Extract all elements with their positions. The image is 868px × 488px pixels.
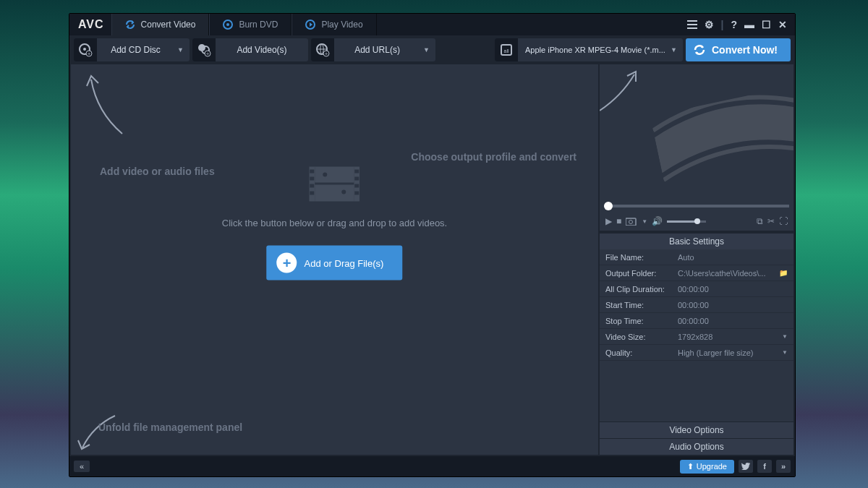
chevron-down-icon: ▼ xyxy=(174,46,190,53)
hint-unfold-panel: Unfold file management panel xyxy=(98,421,242,433)
svg-rect-25 xyxy=(310,192,314,195)
expand-icon[interactable]: ⛶ xyxy=(779,216,788,226)
list-icon[interactable] xyxy=(684,17,701,32)
refresh-icon xyxy=(125,20,135,30)
cd-plus-icon: + xyxy=(74,38,97,61)
svg-rect-4 xyxy=(687,24,697,25)
cut-icon[interactable]: ✂ xyxy=(767,216,775,226)
svg-rect-27 xyxy=(354,177,359,181)
chevron-down-icon[interactable]: ▼ xyxy=(642,218,647,225)
setting-video-size: Video Size:1792x828▼ xyxy=(600,329,793,345)
svg-rect-33 xyxy=(626,218,636,226)
svg-rect-30 xyxy=(315,183,354,185)
tab-label: Convert Video xyxy=(141,20,196,30)
svg-rect-5 xyxy=(687,27,697,29)
drop-zone: Click the button below or drag and drop … xyxy=(222,161,447,281)
maximize-icon[interactable]: ☐ xyxy=(758,16,775,33)
all-icon: all xyxy=(495,38,518,61)
chevron-down-icon[interactable]: ▼ xyxy=(782,333,788,340)
settings-panel: Basic Settings File Name:Auto Output Fol… xyxy=(600,234,793,455)
facebook-icon[interactable]: f xyxy=(757,460,772,473)
filmroll-icon xyxy=(650,86,793,187)
stop-icon[interactable]: ■ xyxy=(616,216,621,226)
tab-burn-dvd[interactable]: Burn DVD xyxy=(209,14,292,35)
globe-plus-icon: + xyxy=(311,38,334,61)
chevron-down-icon: ▼ xyxy=(420,46,435,53)
refresh-icon xyxy=(693,43,706,56)
separator: | xyxy=(718,16,728,33)
volume-icon[interactable]: 🔊 xyxy=(652,216,663,226)
help-icon[interactable]: ? xyxy=(727,16,741,33)
tab-convert-video[interactable]: Convert Video xyxy=(111,14,210,35)
audio-options-header[interactable]: Audio Options xyxy=(600,438,793,455)
svg-rect-28 xyxy=(354,184,359,188)
svg-text:+: + xyxy=(88,51,91,57)
app-window: AVC Convert Video Burn DVD Play Video ⚙ … xyxy=(69,13,796,477)
svg-point-32 xyxy=(341,190,346,194)
plus-icon: + xyxy=(277,253,297,273)
chevron-down-icon[interactable]: ▼ xyxy=(782,349,788,356)
play-icon xyxy=(305,20,315,30)
arrow-indicator xyxy=(75,411,126,455)
svg-point-34 xyxy=(629,221,633,224)
svg-rect-29 xyxy=(354,192,359,195)
camera-icon[interactable] xyxy=(626,217,637,226)
main-drop-area[interactable]: Add video or audio files Choose output p… xyxy=(71,64,598,455)
setting-all-clip-duration: All Clip Duration:00:00:00 xyxy=(600,281,793,297)
twitter-icon[interactable] xyxy=(739,460,753,473)
add-cd-disc-button[interactable]: + Add CD Disc ▼ xyxy=(74,38,190,61)
tab-label: Play Video xyxy=(321,20,362,30)
chevron-down-icon: ▼ xyxy=(668,46,683,53)
close-icon[interactable]: ✕ xyxy=(775,16,791,33)
seek-handle[interactable] xyxy=(604,202,613,210)
svg-point-31 xyxy=(323,173,327,177)
svg-point-7 xyxy=(83,48,86,51)
add-or-drag-files-button[interactable]: + Add or Drag File(s) xyxy=(267,246,403,281)
disc-icon xyxy=(223,20,233,30)
bottom-bar: « ⬆ Upgrade f » xyxy=(69,456,795,476)
tab-label: Burn DVD xyxy=(239,20,278,30)
hint-add-files: Add video or audio files xyxy=(100,166,215,177)
upload-icon: ⬆ xyxy=(687,462,694,471)
convert-now-button[interactable]: Convert Now! xyxy=(686,38,791,61)
link-icon[interactable]: ⧉ xyxy=(757,216,763,226)
setting-start-time: Start Time:00:00:00 xyxy=(600,297,793,313)
svg-rect-3 xyxy=(687,20,697,22)
preview-pane xyxy=(600,64,793,202)
svg-text:+: + xyxy=(206,51,210,57)
drop-message: Click the button below or drag and drop … xyxy=(222,218,447,228)
svg-rect-24 xyxy=(310,184,314,188)
tab-play-video[interactable]: Play Video xyxy=(292,14,376,35)
output-profile-select[interactable]: all Apple iPhone XR MPEG-4 Movie (*.m...… xyxy=(495,38,683,61)
more-icon[interactable]: » xyxy=(776,460,791,473)
add-urls-button[interactable]: + Add URL(s) ▼ xyxy=(311,38,435,61)
minimize-icon[interactable]: ▬ xyxy=(741,16,758,33)
setting-output-folder: Output Folder:C:\Users\cathe\Videos\...📁 xyxy=(600,265,793,281)
basic-settings-header[interactable]: Basic Settings xyxy=(600,234,793,249)
setting-file-name: File Name:Auto xyxy=(600,249,793,265)
video-options-header[interactable]: Video Options xyxy=(600,421,793,438)
gear-icon[interactable]: ⚙ xyxy=(701,16,718,33)
titlebar: AVC Convert Video Burn DVD Play Video ⚙ … xyxy=(69,14,795,35)
add-videos-button[interactable]: + Add Video(s) xyxy=(192,38,308,61)
upgrade-button[interactable]: ⬆ Upgrade xyxy=(680,460,734,474)
setting-stop-time: Stop Time:00:00:00 xyxy=(600,313,793,329)
body: Add video or audio files Choose output p… xyxy=(69,64,795,456)
svg-point-1 xyxy=(226,23,229,26)
svg-text:all: all xyxy=(503,48,509,53)
volume-slider[interactable] xyxy=(667,221,706,223)
svg-rect-22 xyxy=(310,170,314,174)
svg-text:+: + xyxy=(325,51,328,57)
seek-bar[interactable] xyxy=(600,202,793,212)
setting-quality: Quality:High (Larger file size)▼ xyxy=(600,345,793,361)
right-panel: ▶ ■ ▼ 🔊 ⧉ ✂ ⛶ Basic Settings File Name:A… xyxy=(600,64,793,455)
toolbar: + Add CD Disc ▼ + Add Video(s) + Add URL… xyxy=(69,35,795,64)
app-logo: AVC xyxy=(78,18,104,31)
svg-rect-26 xyxy=(354,170,359,174)
video-plus-icon: + xyxy=(192,38,216,61)
player-controls: ▶ ■ ▼ 🔊 ⧉ ✂ ⛶ xyxy=(600,212,793,231)
play-icon[interactable]: ▶ xyxy=(605,216,612,226)
folder-icon[interactable]: 📁 xyxy=(779,269,788,277)
svg-rect-23 xyxy=(310,177,314,181)
collapse-panel-button[interactable]: « xyxy=(74,461,90,472)
